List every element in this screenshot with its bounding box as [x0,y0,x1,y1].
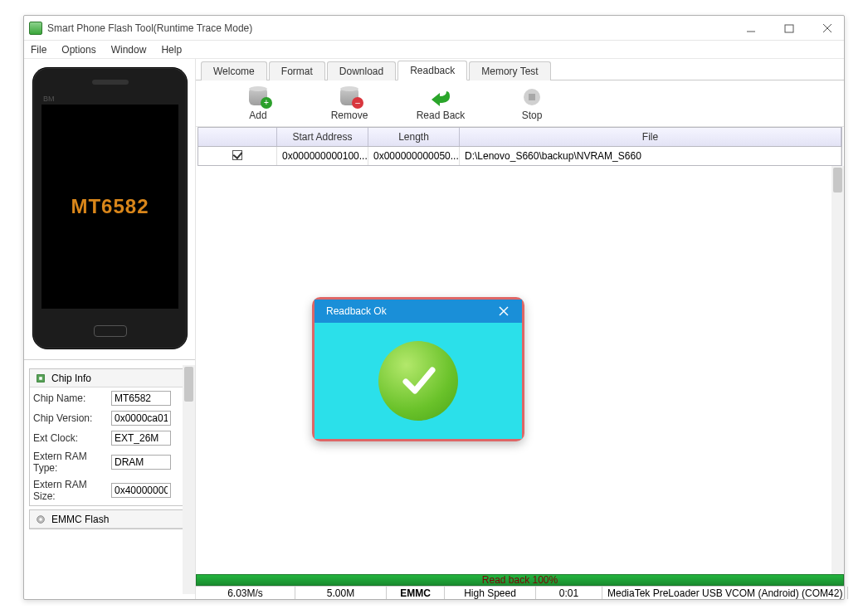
tab-welcome[interactable]: Welcome [201,61,267,80]
status-size: 5.00M [295,587,387,599]
success-check-icon [378,341,458,421]
table-scrollbar[interactable] [831,166,844,574]
svg-rect-1 [785,25,793,32]
arrow-back-icon [430,88,451,106]
tab-download[interactable]: Download [327,61,396,80]
read-back-button[interactable]: Read Back [412,86,470,121]
extern-ram-size-field[interactable] [111,483,171,498]
emmc-flash-header[interactable]: EMMC Flash [30,510,189,529]
dialog-title: Readback Ok [326,305,387,317]
row-length: 0x000000000050... [368,147,460,165]
left-panel: BM MT6582 Chip Info Chip Name: [24,59,196,599]
chip-info-title: Chip Info [51,373,91,384]
phone-chip-label: MT6582 [71,195,149,218]
tab-bar: Welcome Format Download Readback Memory … [196,59,844,80]
phone-illustration: BM MT6582 [32,67,188,349]
close-button[interactable] [816,20,839,37]
maximize-button[interactable] [778,20,801,37]
row-file: D:\Lenovo_S660\backup\NVRAM_S660 [460,147,841,165]
readback-table: Start Address Length File 0x000000000100… [197,127,842,166]
plus-icon: + [261,97,272,109]
svg-point-7 [39,518,42,521]
emmc-flash-title: EMMC Flash [51,514,109,525]
status-device: MediaTek PreLoader USB VCOM (Android) (C… [602,587,848,599]
gear-icon [35,514,46,525]
window-title: Smart Phone Flash Tool(Runtime Trace Mod… [47,22,739,34]
info-panels: Chip Info Chip Name: Chip Version: Ext C… [24,359,195,599]
menu-window[interactable]: Window [111,44,147,56]
status-mode: High Speed [445,587,536,599]
app-icon [29,22,42,35]
remove-button[interactable]: – Remove [320,86,378,121]
menu-file[interactable]: File [31,44,46,56]
tab-readback[interactable]: Readback [397,61,467,80]
tab-format[interactable]: Format [269,61,325,80]
chip-version-field[interactable] [111,411,171,426]
row-start: 0x000000000100... [277,147,368,165]
main-area: Welcome Format Download Readback Memory … [196,59,844,599]
col-checkbox-header[interactable] [198,128,277,146]
phone-watermark: BM [43,95,55,103]
stop-icon [524,89,540,105]
extern-ram-type-field[interactable] [111,455,171,470]
chip-icon [35,373,46,384]
progress-text: Read back 100% [482,574,558,586]
col-file-header[interactable]: File [460,128,841,146]
col-start-header[interactable]: Start Address [277,128,368,146]
main-window: Smart Phone Flash Tool(Runtime Trace Mod… [23,15,845,600]
readback-ok-dialog: Readback Ok [312,297,524,441]
menubar: File Options Window Help [24,41,844,59]
left-scrollbar[interactable] [183,365,195,594]
status-time: 0:01 [536,587,602,599]
chip-version-label: Chip Version: [33,412,108,424]
add-button[interactable]: + Add [229,86,287,121]
status-storage: EMMC [387,587,445,599]
close-icon [499,306,509,316]
chip-name-label: Chip Name: [33,392,108,404]
titlebar: Smart Phone Flash Tool(Runtime Trace Mod… [24,16,844,41]
chip-info-header[interactable]: Chip Info [30,369,189,387]
minimize-button[interactable] [739,20,763,37]
table-empty-area: Readback Ok [196,166,844,574]
chip-info-form: Chip Name: Chip Version: Ext Clock: Exte… [30,387,189,505]
tab-memory-test[interactable]: Memory Test [469,61,550,80]
ext-clock-field[interactable] [111,431,171,446]
status-grid: 6.03M/s 5.00M EMMC High Speed 0:01 Media… [196,586,844,599]
status-speed: 6.03M/s [196,587,295,599]
menu-options[interactable]: Options [61,44,95,56]
table-row[interactable]: 0x000000000100... 0x000000000050... D:\L… [198,147,841,165]
ext-clock-label: Ext Clock: [33,432,108,444]
extern-ram-type-label: Extern RAM Type: [33,451,108,474]
dialog-titlebar[interactable]: Readback Ok [315,300,522,323]
col-length-header[interactable]: Length [368,128,460,146]
status-area: Read back 100% 6.03M/s 5.00M EMMC High S… [196,574,844,599]
row-checkbox[interactable] [232,150,242,160]
extern-ram-size-label: Extern RAM Size: [33,479,108,502]
menu-help[interactable]: Help [161,44,182,56]
readback-toolbar: + Add – Remove Read Back Stop [196,80,844,127]
minus-icon: – [352,97,363,109]
dialog-close-button[interactable] [492,300,515,323]
stop-button[interactable]: Stop [503,86,561,121]
svg-rect-5 [39,377,42,380]
chip-name-field[interactable] [111,391,171,406]
progress-bar: Read back 100% [196,574,844,586]
